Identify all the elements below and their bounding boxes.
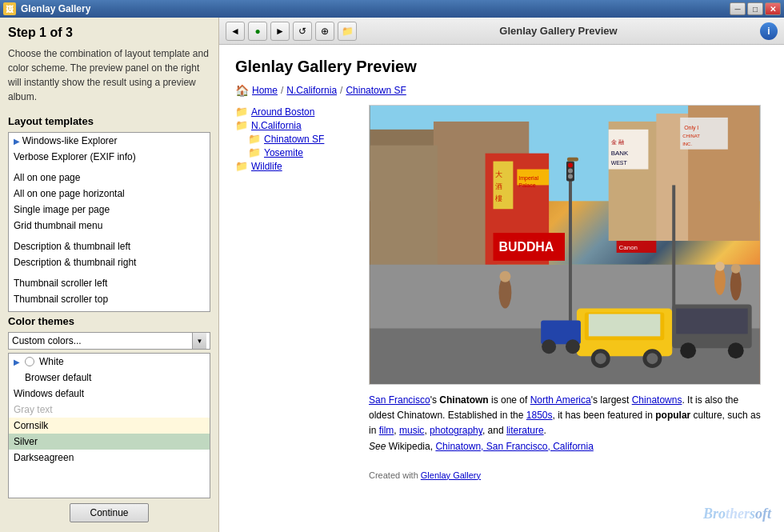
app-icon: 🖼 <box>3 2 16 15</box>
link-film[interactable]: film <box>379 425 394 436</box>
preview-image: Only I CHINAT INC. 大 酒 <box>369 105 761 385</box>
svg-point-28 <box>595 353 606 364</box>
link-wikipedia-chinatown[interactable]: Chinatown, San Francisco, California <box>435 441 593 452</box>
color-label-gray-text: Gray text <box>14 404 53 415</box>
layout-item-thumb-scroller-top[interactable]: Thumbnail scroller top <box>9 291 210 307</box>
svg-text:Palace: Palace <box>518 182 535 188</box>
svg-point-49 <box>568 163 573 168</box>
layout-item-windows-explorer[interactable]: Windows-like Explorer <box>9 133 210 149</box>
link-literature[interactable]: literature <box>506 425 544 436</box>
minimize-button[interactable]: ─ <box>730 2 746 15</box>
svg-text:CHINAT: CHINAT <box>682 134 700 138</box>
folder-icon: 📁 <box>235 119 248 131</box>
svg-point-36 <box>542 339 556 354</box>
color-item-darkseagreen[interactable]: Darkseagreen <box>9 450 210 466</box>
svg-point-50 <box>568 169 573 174</box>
svg-point-34 <box>728 342 744 358</box>
svg-rect-32 <box>676 309 747 334</box>
check-icon: ▶ <box>14 358 20 366</box>
step-title: Step 1 of 3 <box>8 26 210 40</box>
link-san-francisco[interactable]: San Francisco <box>369 394 430 406</box>
combo-selected-text: Custom colors... <box>12 335 192 346</box>
layout-item-all-one-horizontal[interactable]: All on one page horizontal <box>9 186 210 202</box>
link-1850s[interactable]: 1850s <box>526 410 553 421</box>
tree-item-around-boston[interactable]: 📁 Around Boston <box>235 105 359 118</box>
window-title: Glenlay Gallery <box>21 3 730 14</box>
maximize-button[interactable]: □ <box>747 2 763 15</box>
preview-content: Glenlay Gallery Preview 🏠 Home / N.Calif… <box>219 45 784 532</box>
svg-rect-22 <box>569 170 572 329</box>
svg-text:BUDDHA: BUDDHA <box>498 240 554 254</box>
breadcrumb: 🏠 Home / N.California / Chinatown SF <box>235 84 768 97</box>
folder-icon: 📁 <box>235 160 248 172</box>
combo-arrow-icon: ▼ <box>192 333 206 349</box>
layout-item-verbose-explorer[interactable]: Verbose Explorer (EXIF info) <box>9 149 210 165</box>
tree-item-wildlife[interactable]: 📁 Wildlife <box>235 159 359 173</box>
layout-templates-header: Layout templates <box>8 115 210 127</box>
svg-text:樓: 樓 <box>495 194 502 202</box>
folder-icon: 📁 <box>248 146 261 158</box>
toolbar-folder-button[interactable]: 📁 <box>338 22 357 41</box>
svg-point-43 <box>731 264 741 274</box>
breadcrumb-home[interactable]: Home <box>252 85 278 96</box>
toolbar-refresh-button[interactable]: ↺ <box>293 22 312 41</box>
color-item-cornsilk[interactable]: Cornsilk <box>9 418 210 434</box>
layout-item-single-image[interactable]: Single image per page <box>9 202 210 218</box>
svg-text:WEST: WEST <box>611 160 628 166</box>
color-dot-white <box>25 357 34 366</box>
color-item-windows-default[interactable]: Windows default <box>9 386 210 402</box>
toolbar-play-button[interactable]: ● <box>248 22 267 41</box>
color-item-gray-text[interactable]: Gray text <box>9 402 210 418</box>
color-item-white[interactable]: ▶ White <box>9 354 210 370</box>
color-item-silver[interactable]: Silver <box>9 434 210 450</box>
svg-rect-26 <box>589 314 660 337</box>
color-themes-combo[interactable]: Custom colors... ▼ <box>8 332 210 350</box>
color-item-browser-default[interactable]: Browser default <box>9 370 210 386</box>
toolbar-back-button[interactable]: ◄ <box>226 22 245 41</box>
layout-item-all-one-page[interactable]: All on one page <box>9 170 210 186</box>
preview-description: San Francisco's Chinatown is one of Nort… <box>369 393 761 454</box>
svg-text:BANK: BANK <box>611 150 629 157</box>
svg-text:Canon: Canon <box>619 244 638 251</box>
svg-text:Only I: Only I <box>684 125 698 131</box>
tree-panel: 📁 Around Boston 📁 N.California 📁 Chinato… <box>235 105 359 480</box>
color-label-silver: Silver <box>14 436 38 447</box>
color-label-windows-default: Windows default <box>14 388 84 399</box>
toolbar-forward-button[interactable]: ► <box>270 22 290 41</box>
layout-item-thumb-scroller-left[interactable]: Thumbnail scroller left <box>9 275 210 291</box>
folder-icon: 📁 <box>248 133 261 145</box>
link-north-america[interactable]: North America <box>530 394 591 406</box>
tree-item-yosemite[interactable]: 📁 Yosemite <box>235 146 359 159</box>
folder-icon: 📁 <box>235 106 248 118</box>
breadcrumb-ncalifornia[interactable]: N.California <box>286 85 337 96</box>
image-area: Only I CHINAT INC. 大 酒 <box>369 105 768 480</box>
link-music[interactable]: music <box>399 425 424 436</box>
link-chinatowns[interactable]: Chinatowns <box>632 394 682 406</box>
color-themes-header: Color themes <box>8 315 210 327</box>
link-glenlay-gallery[interactable]: Glenlay Gallery <box>421 470 481 480</box>
link-photography[interactable]: photography <box>430 425 482 436</box>
color-label-cornsilk: Cornsilk <box>14 420 48 431</box>
svg-text:INC.: INC. <box>682 142 692 146</box>
close-button[interactable]: ✕ <box>765 2 781 15</box>
svg-point-30 <box>646 353 658 364</box>
title-bar: 🖼 Glenlay Gallery ─ □ ✕ <box>0 0 784 18</box>
layout-item-grid-thumbnail[interactable]: Grid thumbnail menu <box>9 218 210 234</box>
left-panel: Step 1 of 3 Choose the combination of la… <box>0 18 219 532</box>
right-panel: ◄ ● ► ↺ ⊕ 📁 Glenlay Gallery Preview i Gl… <box>219 18 784 532</box>
layout-item-desc-thumb-left[interactable]: Description & thumbnail left <box>9 238 210 254</box>
svg-point-39 <box>499 271 510 282</box>
tree-item-ncalifornia[interactable]: 📁 N.California <box>235 118 359 132</box>
layout-item-desc-thumb-right[interactable]: Description & thumbnail right <box>9 254 210 270</box>
breadcrumb-chinatown[interactable]: Chinatown SF <box>346 85 406 96</box>
step-description: Choose the combination of layout templat… <box>8 46 210 104</box>
toolbar-search-button[interactable]: ⊕ <box>315 22 334 41</box>
continue-button[interactable]: Continue <box>70 503 148 522</box>
chinatown-svg: Only I CHINAT INC. 大 酒 <box>370 106 760 384</box>
toolbar-info-button[interactable]: i <box>760 22 778 40</box>
tree-item-chinatown[interactable]: 📁 Chinatown SF <box>235 132 359 146</box>
main-window: Step 1 of 3 Choose the combination of la… <box>0 18 784 532</box>
color-label-darkseagreen: Darkseagreen <box>14 452 74 463</box>
svg-text:金 融: 金 融 <box>611 139 624 145</box>
svg-text:酒: 酒 <box>495 182 502 190</box>
